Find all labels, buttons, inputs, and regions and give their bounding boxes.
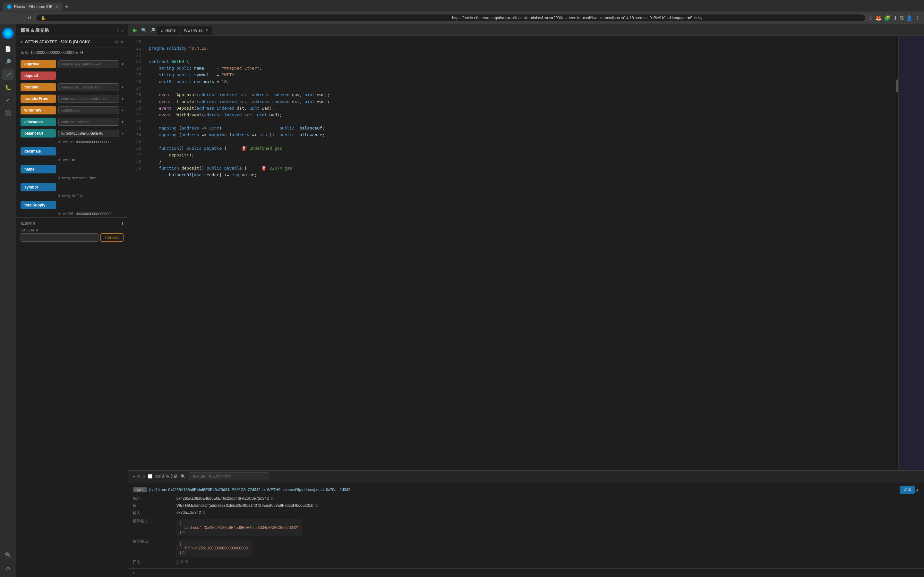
tab-weth9-label: WETH9.sol <box>184 28 204 33</box>
func-row-transferfrom: transferFrom ▾ <box>16 93 128 105</box>
tx-from-copy-icon[interactable]: ⧉ <box>271 496 274 501</box>
func-row-allowance: allowance ▾ <box>16 116 128 127</box>
transferfrom-expand-icon[interactable]: ▾ <box>121 97 124 101</box>
tx-prompt: › <box>128 568 924 577</box>
panel-check-icon: ✓ <box>116 28 120 33</box>
transfer-expand-icon[interactable]: ▾ <box>121 85 124 89</box>
totalsupply-button[interactable]: totalSupply <box>21 201 56 210</box>
tx-logs-copy2-icon[interactable]: ⧉ <box>186 559 188 564</box>
tx-toolbar-icons: ▾ ⊘ 0 <box>133 474 145 479</box>
balanceof-result: 0: uint256: 1000000000000000000 <box>16 139 128 145</box>
browser-tab-title: Remix - Ethereum IDE <box>14 5 53 9</box>
approve-expand-icon[interactable]: ▾ <box>121 62 124 66</box>
refresh-button[interactable]: ↺ <box>26 14 33 22</box>
panel-title: 部署 & 发交易 <box>21 27 49 33</box>
new-tab-button[interactable]: + <box>63 3 71 11</box>
sidebar-icon-file[interactable]: 📄 <box>2 43 14 55</box>
sidebar-icon-search[interactable]: 🔎 <box>2 56 14 67</box>
allowance-button[interactable]: allowance <box>21 118 56 126</box>
calldata-input[interactable] <box>21 234 99 242</box>
transfer-button[interactable]: transfer <box>21 83 56 91</box>
tx-decoded-input-copy-icon[interactable]: ⧉ <box>182 530 185 534</box>
forward-button[interactable]: → <box>15 14 23 22</box>
sidebar-icon-block[interactable]: ⬛ <box>2 107 14 119</box>
tx-stop-icon[interactable]: ⊘ <box>137 474 141 479</box>
back-button[interactable]: ← <box>4 14 12 22</box>
panel-expand-icon[interactable]: › <box>122 28 124 33</box>
withdraw-expand-icon[interactable]: ▾ <box>121 108 124 113</box>
tx-logs-copy1-icon[interactable]: ⧉ <box>181 559 184 564</box>
sidebar-icon-debug[interactable]: 🐛 <box>2 81 14 93</box>
transfer-input[interactable] <box>58 83 119 91</box>
contract-collapse-icon[interactable]: ▾ <box>21 40 23 45</box>
tx-debug-button[interactable]: 调试 <box>900 486 915 494</box>
tab-weth9[interactable]: WETH9.sol ✕ <box>180 26 212 35</box>
download-icon[interactable]: ⬇ <box>893 15 897 21</box>
copy-contract-icon[interactable]: ⧉ <box>115 39 118 45</box>
sidebar-icon-deploy[interactable]: ⎇ <box>2 69 14 80</box>
approve-input[interactable] <box>58 60 119 68</box>
tx-decoded-output-copy-icon[interactable]: ⧉ <box>182 550 185 555</box>
tx-decoded-output-data: "0": "uint256: 1000000000000000000" <box>180 546 249 550</box>
withdraw-input[interactable] <box>58 106 119 114</box>
allowance-input[interactable] <box>58 118 119 126</box>
balanceof-input[interactable] <box>58 130 119 137</box>
balanceof-button[interactable]: balanceOf <box>21 129 56 137</box>
allowance-expand-icon[interactable]: ▾ <box>121 119 124 124</box>
name-button[interactable]: name <box>21 165 56 173</box>
tab-weth9-close-icon[interactable]: ✕ <box>205 28 208 32</box>
run-button[interactable]: ▶ <box>131 25 139 35</box>
withdraw-button[interactable]: withdraw <box>21 106 56 114</box>
low-level-title-text: 低级交互 <box>21 221 36 226</box>
tab-home[interactable]: ⌂ Home <box>157 26 179 35</box>
balanceof-result-text: 0: uint256: 1000000000000000000 <box>58 140 113 144</box>
tx-search-input[interactable] <box>189 472 269 480</box>
scrollbar-track[interactable] <box>896 36 898 470</box>
low-level-info-icon[interactable]: ℹ <box>122 221 124 226</box>
tab-home-label: Home <box>165 28 176 33</box>
sidebar-icon-plug[interactable]: 🔌 <box>2 549 14 560</box>
zoom-out-button[interactable]: 🔎 <box>149 26 157 34</box>
tx-input-label: 输入 <box>133 510 171 516</box>
deposit-button[interactable]: deposit <box>21 71 56 80</box>
tx-down-icon[interactable]: ▾ <box>133 474 135 479</box>
tx-collapse-button[interactable]: ▲ <box>915 487 919 492</box>
transact-button[interactable]: Transact <box>100 234 124 242</box>
code-editor[interactable]: 2021222324 2526272829 3031323334 3536373… <box>128 36 924 470</box>
address-bar[interactable]: 🔒 https://remix.ethereum.org/#lang=zh&op… <box>36 14 866 22</box>
transferfrom-input[interactable] <box>58 95 119 103</box>
browser-tab-close-icon[interactable]: ✕ <box>55 5 58 9</box>
approve-button[interactable]: approve <box>21 60 56 68</box>
tx-decoded-output-label: 解码输出 <box>133 539 171 557</box>
panel-title-text: 部署 & 发交易 <box>21 27 49 33</box>
tx-decoded-output-block: { "0": "uint256: 1000000000000000000" } … <box>176 540 252 557</box>
close-contract-icon[interactable]: ✕ <box>120 39 124 45</box>
balanceof-expand-icon[interactable]: ▾ <box>121 131 124 135</box>
func-row-symbol: symbol <box>16 181 128 193</box>
more-menu-icon[interactable]: ⋮ <box>915 15 920 21</box>
minimap <box>898 36 924 470</box>
contract-item: ▾ WETH9 AT 0XFEE...5201B (BLOCKC ⧉ ✕ <box>16 37 128 47</box>
sidebar-icon-check[interactable]: ✔ <box>2 94 14 106</box>
func-row-transfer: transfer ▾ <box>16 81 128 93</box>
tab-bar: Remix - Ethereum IDE ✕ + <box>0 0 924 11</box>
bookmark-icon[interactable]: ☆ <box>868 15 873 21</box>
tx-filter-checkbox[interactable] <box>148 474 152 479</box>
extension1-icon[interactable]: 🦊 <box>875 15 882 21</box>
profile-icon[interactable]: 👤 <box>906 15 913 21</box>
symbol-result: 0: string: WETH <box>16 193 128 199</box>
browser-tab-active[interactable]: Remix - Ethereum IDE ✕ <box>3 3 63 11</box>
scrollbar-thumb[interactable] <box>896 79 898 92</box>
decimals-button[interactable]: decimals <box>21 147 56 155</box>
tx-to-copy-icon[interactable]: ⧉ <box>315 503 318 508</box>
sidebar-icon-settings[interactable]: ⚙ <box>2 563 14 574</box>
extension2-icon[interactable]: 🧩 <box>884 15 891 21</box>
symbol-button[interactable]: symbol <box>21 183 56 191</box>
transferfrom-button[interactable]: transferFrom <box>21 95 56 103</box>
contract-name: WETH9 AT 0XFEE...5201B (BLOCKC <box>25 40 90 44</box>
tx-details: from 0x4265A138a6E4bd6E0E46c23d34dFA26C6… <box>133 496 919 565</box>
window-icon[interactable]: ⧉ <box>900 15 903 21</box>
tx-input-copy-icon[interactable]: ⧉ <box>203 510 206 515</box>
zoom-in-button[interactable]: 🔍 <box>140 26 148 34</box>
editor-tabs: ▶ 🔍 🔎 ⌂ Home WETH9.sol ✕ <box>128 24 924 36</box>
